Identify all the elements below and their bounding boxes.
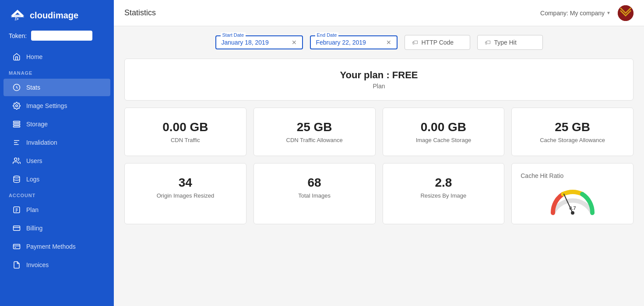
company-label: Company: My company [540, 10, 605, 17]
svg-point-13 [14, 158, 17, 160]
plan-subtitle: Plan [135, 83, 623, 90]
tag-icon: 🏷 [412, 39, 418, 46]
stat-cdn-traffic: 0.00 GB CDN Traffic [124, 108, 246, 156]
stat-origin-images: 34 Origin Images Resized [124, 163, 246, 224]
plan-title: Your plan : FREE [135, 70, 623, 81]
stat-cdn-traffic-label: CDN Traffic [134, 137, 237, 143]
sidebar-item-stats-label: Stats [26, 84, 40, 91]
stat-resizes-value: 2.8 [392, 176, 496, 190]
stats-row-1: 0.00 GB CDN Traffic 25 GB CDN Traffic Al… [124, 108, 633, 156]
gauge-container: 0.7 [546, 184, 599, 215]
avatar[interactable] [618, 5, 633, 21]
end-date-label: End Date [315, 32, 339, 38]
sidebar-item-home[interactable]: Home [4, 48, 110, 66]
stat-cdn-allowance-value: 25 GB [263, 120, 366, 134]
stat-origin-images-value: 34 [134, 176, 237, 190]
stat-total-images: 68 Total Images [253, 163, 376, 224]
tag2-icon: 🏷 [485, 39, 491, 46]
sidebar-logo: /> cloudimage [0, 0, 114, 31]
sidebar-item-storage[interactable]: Storage [4, 115, 110, 133]
payment-icon [12, 242, 21, 251]
sidebar: /> cloudimage Token: Home MANAGE Stats I… [0, 0, 114, 306]
end-date-value: February 22, 2019 [316, 39, 383, 46]
http-code-filter[interactable]: 🏷 HTTP Code [405, 35, 470, 50]
sidebar-item-payment-methods[interactable]: Payment Methods [4, 238, 110, 255]
stat-cache-allowance-label: Cache Storage Allowance [521, 137, 624, 143]
stats-row-2: 34 Origin Images Resized 68 Total Images… [124, 163, 633, 224]
svg-rect-19 [14, 226, 20, 231]
company-selector[interactable]: Company: My company ▼ [540, 10, 611, 17]
stat-total-images-value: 68 [263, 176, 366, 190]
svg-rect-9 [14, 126, 20, 127]
plan-icon [12, 205, 21, 214]
sidebar-item-image-settings[interactable]: Image Settings [4, 97, 110, 115]
stat-resizes-label: Resizes By Image [392, 192, 496, 199]
sidebar-item-invoices[interactable]: Invoices [4, 256, 110, 274]
start-date-field[interactable]: Start Date January 18, 2019 ✕ [215, 35, 303, 49]
svg-rect-7 [14, 121, 20, 122]
stat-cdn-allowance-label: CDN Traffic Allowance [263, 137, 366, 143]
content: Start Date January 18, 2019 ✕ End Date F… [114, 26, 644, 306]
account-label: ACCOUNT [0, 188, 114, 201]
svg-point-26 [571, 211, 574, 215]
topbar-right: Company: My company ▼ [540, 5, 633, 21]
invalidation-icon [12, 138, 21, 147]
type-hit-filter[interactable]: 🏷 Type Hit [477, 35, 543, 50]
svg-point-14 [14, 176, 20, 178]
stat-total-images-label: Total Images [263, 192, 366, 199]
topbar: Statistics Company: My company ▼ [114, 0, 644, 26]
sidebar-item-storage-label: Storage [26, 121, 48, 128]
cache-hit-ratio-card: Cache Hit Ratio [511, 163, 633, 224]
filter-row: Start Date January 18, 2019 ✕ End Date F… [124, 35, 633, 50]
main: Statistics Company: My company ▼ Start D… [114, 0, 644, 306]
sidebar-item-users-label: Users [26, 157, 42, 164]
sidebar-item-invalidation[interactable]: Invalidation [4, 134, 110, 151]
http-code-label: HTTP Code [422, 39, 454, 46]
start-date-clear-icon[interactable]: ✕ [292, 39, 297, 46]
svg-rect-8 [14, 124, 20, 125]
invoices-icon [12, 261, 21, 269]
stat-resizes-by-image: 2.8 Resizes By Image [383, 163, 505, 224]
token-row: Token: [0, 31, 114, 48]
start-date-value: January 18, 2019 [222, 39, 288, 46]
users-icon [12, 156, 21, 165]
stat-cdn-traffic-value: 0.00 GB [134, 120, 237, 134]
stat-cache-storage: 0.00 GB Image Cache Storage [383, 108, 505, 156]
gauge-svg: 0.7 [546, 184, 599, 215]
storage-icon [12, 120, 21, 129]
sidebar-item-image-settings-label: Image Settings [26, 102, 67, 109]
sidebar-item-logs[interactable]: Logs [4, 170, 110, 188]
sidebar-item-billing-label: Billing [26, 225, 42, 232]
sidebar-item-plan[interactable]: Plan [4, 201, 110, 219]
sidebar-item-users[interactable]: Users [4, 152, 110, 170]
end-date-field[interactable]: End Date February 22, 2019 ✕ [310, 35, 398, 49]
sidebar-item-billing[interactable]: Billing [4, 219, 110, 237]
sidebar-item-invalidation-label: Invalidation [26, 139, 57, 146]
plan-card: Your plan : FREE Plan [124, 59, 633, 101]
sidebar-item-home-label: Home [26, 53, 42, 60]
svg-point-6 [16, 105, 18, 107]
logo-text: cloudimage [30, 10, 78, 21]
stat-cache-allowance-value: 25 GB [521, 120, 624, 134]
svg-text:0.7: 0.7 [569, 205, 576, 211]
logs-icon [12, 175, 21, 184]
logo-icon: /> [9, 9, 26, 22]
sidebar-item-stats[interactable]: Stats [4, 79, 110, 96]
end-date-clear-icon[interactable]: ✕ [386, 39, 391, 46]
stat-cache-allowance: 25 GB Cache Storage Allowance [511, 108, 633, 156]
sidebar-item-plan-label: Plan [26, 206, 39, 213]
home-icon [12, 52, 21, 61]
token-input[interactable] [31, 31, 92, 41]
stats-icon [12, 83, 21, 92]
sidebar-item-invoices-label: Invoices [26, 261, 49, 268]
image-settings-icon [12, 101, 21, 110]
token-label: Token: [9, 32, 27, 39]
sidebar-item-payment-methods-label: Payment Methods [26, 243, 76, 250]
gauge-title: Cache Hit Ratio [521, 172, 563, 179]
chevron-down-icon: ▼ [606, 10, 611, 15]
type-hit-label: Type Hit [494, 39, 517, 46]
svg-rect-21 [14, 244, 20, 249]
stat-origin-images-label: Origin Images Resized [134, 192, 237, 199]
manage-label: MANAGE [0, 66, 114, 78]
page-title: Statistics [124, 8, 156, 17]
